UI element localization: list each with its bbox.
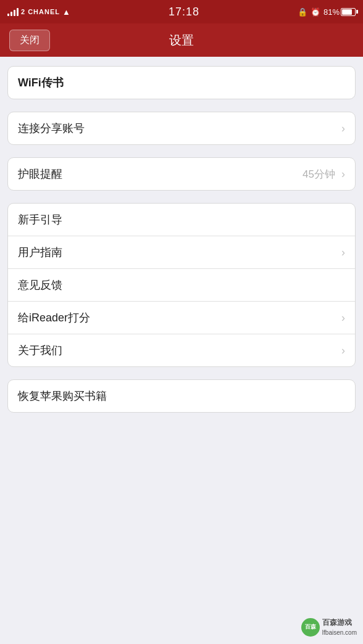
- battery-icon: [341, 8, 356, 16]
- carrier-label: 2 CHANEL: [21, 8, 60, 15]
- row-restore-purchase[interactable]: 恢复苹果购买书籍: [8, 380, 355, 412]
- card-restore-group: 恢复苹果购买书籍: [7, 379, 356, 413]
- label-eye-protection: 护眼提醒: [18, 167, 302, 181]
- battery: 81%: [323, 7, 356, 17]
- card-eye-reminder: 护眼提醒45分钟›: [7, 157, 356, 191]
- row-feedback[interactable]: 意见反馈: [8, 268, 355, 301]
- status-right: 🔒 ⏰ 81%: [298, 7, 356, 17]
- chevron-eye-protection: ›: [341, 168, 345, 181]
- watermark: 百森 百森游戏lfbaisen.com: [301, 617, 357, 637]
- label-rate-ireader: 给iReader打分: [18, 310, 339, 325]
- row-connect-share[interactable]: 连接分享账号›: [8, 112, 355, 144]
- value-eye-protection: 45分钟: [302, 167, 335, 181]
- label-feedback: 意见反馈: [18, 278, 345, 292]
- row-rate-ireader[interactable]: 给iReader打分›: [8, 301, 355, 334]
- chevron-user-guide: ›: [341, 246, 345, 259]
- nav-title: 设置: [169, 32, 194, 49]
- status-bar: 2 CHANEL ▲ 17:18 🔒 ⏰ 81%: [0, 0, 363, 23]
- card-help-group: 新手引导用户指南›意见反馈给iReader打分›关于我们›: [7, 203, 356, 367]
- alarm-icon: ⏰: [311, 7, 320, 17]
- row-about-us[interactable]: 关于我们›: [8, 334, 355, 366]
- main-content: WiFi传书连接分享账号›护眼提醒45分钟›新手引导用户指南›意见反馈给iRea…: [0, 57, 363, 422]
- chevron-rate-ireader: ›: [341, 312, 345, 324]
- time-label: 17:18: [169, 6, 199, 19]
- signal-icon: [7, 7, 19, 16]
- close-button[interactable]: 关闭: [9, 30, 50, 51]
- wifi-icon: ▲: [62, 7, 70, 17]
- watermark-logo: 百森: [301, 618, 320, 637]
- status-left: 2 CHANEL ▲: [7, 7, 70, 17]
- nav-bar: 关闭 设置: [0, 23, 363, 57]
- label-restore-purchase: 恢复苹果购买书籍: [18, 389, 345, 403]
- row-wifi-transfer[interactable]: WiFi传书: [8, 67, 355, 99]
- row-eye-protection[interactable]: 护眼提醒45分钟›: [8, 158, 355, 190]
- label-connect-share: 连接分享账号: [18, 121, 339, 136]
- watermark-text: 百森游戏lfbaisen.com: [322, 617, 357, 637]
- label-about-us: 关于我们: [18, 343, 339, 358]
- label-user-guide: 用户指南: [18, 245, 339, 260]
- battery-percent: 81%: [323, 7, 340, 17]
- card-wifi: WiFi传书: [7, 66, 356, 99]
- label-wifi-transfer: WiFi传书: [18, 75, 345, 90]
- battery-fill: [342, 9, 352, 15]
- chevron-about-us: ›: [341, 344, 345, 357]
- row-newbie-guide[interactable]: 新手引导: [8, 204, 355, 236]
- chevron-connect-share: ›: [341, 122, 345, 135]
- lock-icon: 🔒: [298, 7, 307, 17]
- card-account: 连接分享账号›: [7, 112, 356, 145]
- row-user-guide[interactable]: 用户指南›: [8, 236, 355, 268]
- label-newbie-guide: 新手引导: [18, 212, 345, 227]
